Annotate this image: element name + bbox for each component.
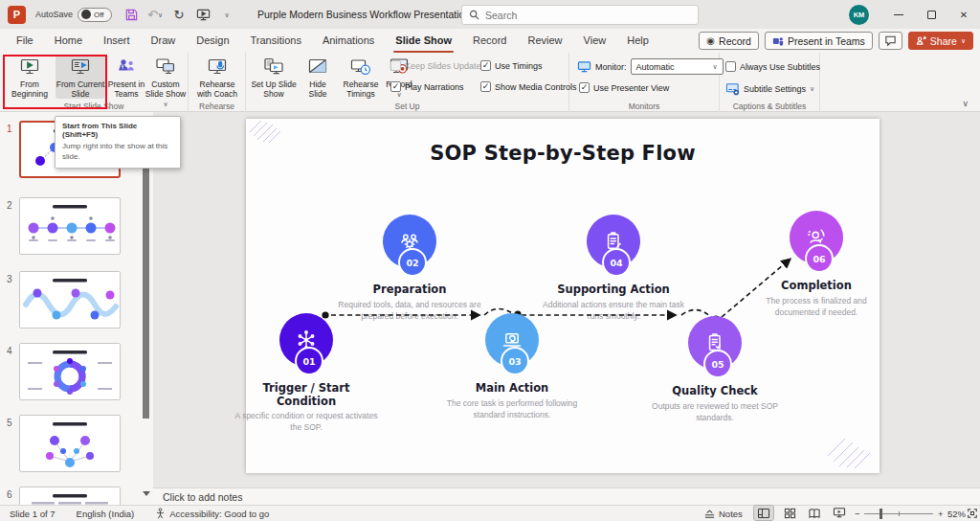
group-label-captions: Captions & Subtitles xyxy=(720,102,819,111)
step-title-quality-check: Quality Check xyxy=(643,385,787,398)
status-bar: Slide 1 of 7 English (India) Accessibili… xyxy=(0,505,980,521)
chevron-down-icon: ∨ xyxy=(712,63,717,70)
collapse-ribbon-icon[interactable]: ∨ xyxy=(962,99,969,108)
from-beginning-icon xyxy=(18,56,41,79)
zoom-in-button[interactable]: + xyxy=(938,506,944,521)
fit-slide-button[interactable] xyxy=(967,506,978,521)
zoom-slider-thumb[interactable] xyxy=(880,509,882,519)
from-beginning-button[interactable]: From Beginning xyxy=(6,56,54,99)
present-in-teams-button[interactable]: Present in Teams xyxy=(765,32,873,50)
rehearse-timings-button[interactable]: Rehearse Timings xyxy=(340,56,382,99)
slide-thumbnail-4[interactable] xyxy=(19,343,121,400)
set-up-slide-show-button[interactable]: Set Up Slide Show xyxy=(250,56,298,99)
tab-help[interactable]: Help xyxy=(616,29,659,53)
scroll-down-arrow-icon[interactable] xyxy=(143,491,150,496)
powerpoint-logo-icon[interactable]: P xyxy=(8,6,26,24)
slide-number-indicator[interactable]: Slide 1 of 7 xyxy=(10,509,56,519)
notes-toggle-button[interactable]: Notes xyxy=(703,506,743,521)
user-avatar[interactable]: KM xyxy=(849,5,869,25)
checkbox-play-narrations[interactable]: ✓Play Narrations xyxy=(390,81,464,92)
maximize-button[interactable] xyxy=(915,0,947,29)
step-number-badge: 01 xyxy=(295,347,323,375)
normal-view-button[interactable] xyxy=(754,506,773,520)
monitor-label: Monitor: xyxy=(595,62,627,72)
record-button[interactable]: ◉ Record xyxy=(699,32,759,50)
tab-animations[interactable]: Animations xyxy=(312,29,385,53)
from-current-slide-button[interactable]: From Current Slide xyxy=(56,56,105,99)
customize-toolbar-icon[interactable]: ∨ xyxy=(219,7,234,22)
monitor-dropdown[interactable]: Automatic ∨ xyxy=(631,58,724,75)
custom-slide-show-icon xyxy=(154,56,177,79)
comments-button[interactable] xyxy=(879,32,902,50)
thumbnail-scrollbar[interactable] xyxy=(143,153,149,419)
checkbox-show-media-controls[interactable]: ✓Show Media Controls xyxy=(480,81,577,92)
step-title-trigger-start-condition: Trigger / Start Condition xyxy=(234,382,378,409)
hide-slide-button[interactable]: Hide Slide xyxy=(300,56,336,99)
rehearse-with-coach-icon xyxy=(206,56,229,79)
zoom-percentage[interactable]: 52% xyxy=(947,506,966,521)
step-number-badge: 05 xyxy=(703,350,732,378)
slide-editor: SOP Step-by-Step Flow 01Trigger / Start … xyxy=(153,112,980,505)
zoom-out-button[interactable]: − xyxy=(855,506,860,521)
group-label-set-up: Set Up xyxy=(246,102,568,111)
group-label-start-slide-show: Start Slide Show xyxy=(0,102,188,111)
search-box[interactable] xyxy=(461,5,699,25)
tab-design[interactable]: Design xyxy=(186,29,239,53)
tab-transitions[interactable]: Transitions xyxy=(240,29,312,53)
save-icon[interactable] xyxy=(123,7,139,22)
tab-view[interactable]: View xyxy=(573,29,617,53)
minimize-icon xyxy=(894,14,903,15)
document-name: Purple Modern Business Workflow Presenta… xyxy=(257,9,479,20)
tab-review[interactable]: Review xyxy=(517,29,572,53)
slideshow-qat-icon[interactable] xyxy=(195,7,211,22)
autosave-state: Off xyxy=(94,11,104,19)
tooltip-start-from-this-slide: Start from This Slide (Shift+F5) Jump ri… xyxy=(55,116,181,169)
tab-home[interactable]: Home xyxy=(44,29,93,53)
checkbox-always-use-subtitles[interactable]: Always Use Subtitles xyxy=(725,61,820,72)
search-input[interactable] xyxy=(485,10,677,21)
zoom-slider[interactable] xyxy=(864,506,933,521)
share-icon xyxy=(916,35,926,46)
subtitle-settings-button[interactable]: Subtitle Settings ∨ xyxy=(725,81,814,96)
thumbnail-number: 5 xyxy=(7,418,12,428)
checkbox-use-presenter-view[interactable]: ✓Use Presenter View xyxy=(579,82,669,93)
slide-thumbnail-5[interactable] xyxy=(19,415,121,472)
notes-icon xyxy=(703,508,716,519)
slide-thumbnail-3[interactable] xyxy=(19,271,121,328)
autosave-switch[interactable]: Off xyxy=(78,8,112,22)
reading-view-button[interactable] xyxy=(805,506,824,520)
tab-draw[interactable]: Draw xyxy=(141,29,187,53)
quick-access-toolbar: ↶∨ ↻ ∨ xyxy=(123,7,234,22)
step-description: The core task is performed following sta… xyxy=(440,398,584,421)
present-in-teams-ribbon-button[interactable]: Present in Teams xyxy=(107,56,145,99)
close-button[interactable]: ✕ xyxy=(947,0,980,29)
tab-slide-show[interactable]: Slide Show xyxy=(385,29,462,53)
checkbox-use-timings[interactable]: ✓Use Timings xyxy=(480,60,543,71)
redo-icon[interactable]: ↻ xyxy=(171,7,187,22)
present-in-teams-icon xyxy=(115,56,138,79)
step-description: Required tools, data, and resources are … xyxy=(338,300,481,323)
share-button[interactable]: Share ∨ xyxy=(908,32,973,50)
tab-record[interactable]: Record xyxy=(462,29,517,53)
accessibility-status[interactable]: Accessibility: Good to go xyxy=(155,508,269,520)
tab-file[interactable]: File xyxy=(6,29,44,53)
rehearse-with-coach-button[interactable]: Rehearse with Coach xyxy=(191,56,243,99)
group-label-monitors: Monitors xyxy=(569,102,719,111)
checkbox-keep-slides-updated[interactable]: Keep Slides Updated xyxy=(390,60,486,71)
tab-insert[interactable]: Insert xyxy=(93,29,141,53)
slide-thumbnail-2[interactable] xyxy=(19,197,121,255)
slide-canvas[interactable]: SOP Step-by-Step Flow 01Trigger / Start … xyxy=(246,119,880,473)
autosave-toggle[interactable]: AutoSave Off xyxy=(35,8,112,22)
slide-thumbnail-6[interactable] xyxy=(19,487,121,505)
slide-show-view-button[interactable] xyxy=(830,506,849,520)
group-rehearse: Rehearse with Coach Rehearse xyxy=(189,53,246,112)
language-indicator[interactable]: English (India) xyxy=(77,509,135,519)
decor-squiggle-top-left xyxy=(248,119,286,144)
step-title-completion: Completion xyxy=(745,280,888,293)
thumbnail-number: 6 xyxy=(7,489,12,500)
minimize-button[interactable] xyxy=(882,0,915,29)
undo-icon[interactable]: ↶∨ xyxy=(147,7,163,22)
slide-sorter-view-button[interactable] xyxy=(780,506,799,520)
tooltip-title: Start from This Slide (Shift+F5) xyxy=(62,122,173,139)
notes-pane[interactable]: Click to add notes xyxy=(153,487,980,505)
